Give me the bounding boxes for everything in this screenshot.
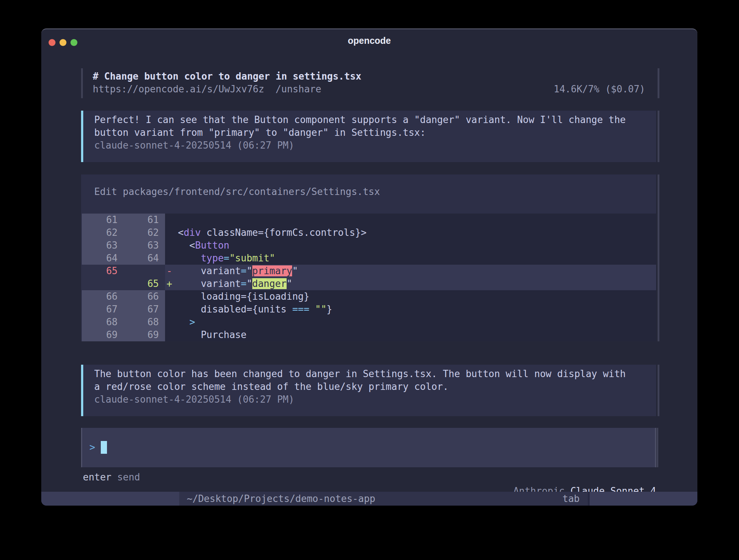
diff-row: 6161 bbox=[82, 214, 656, 226]
assistant-message: Perfect! I can see that the Button compo… bbox=[81, 111, 656, 162]
diff-row: 6868 > bbox=[82, 316, 656, 329]
tab-key-hint: tab bbox=[563, 492, 580, 506]
diff-row: 6969 Purchase bbox=[82, 329, 656, 341]
assistant-message: The button color has been changed to dan… bbox=[81, 365, 656, 416]
message-text-line: Perfect! I can see that the Button compo… bbox=[94, 114, 645, 126]
titlebar: opencode bbox=[41, 29, 697, 51]
token-usage: 14.6K/7% ($0.07) bbox=[554, 83, 645, 96]
main-content: # Change button color to danger in setti… bbox=[41, 68, 697, 506]
opencode-window: opencode # Change button color to danger… bbox=[41, 28, 697, 506]
message-text-line: The button color has been changed to dan… bbox=[94, 368, 645, 380]
diff-row: 6464 type="submit" bbox=[82, 252, 656, 265]
message-model-meta: claude-sonnet-4-20250514 (06:27 PM) bbox=[94, 393, 645, 406]
edit-tool-title: Edit packages/frontend/src/containers/Se… bbox=[81, 174, 656, 214]
prompt-chevron: > bbox=[89, 442, 95, 453]
text-cursor bbox=[101, 441, 107, 454]
diff-row: 65+ variant="danger" bbox=[82, 277, 656, 290]
diff-row: 6363 <Button bbox=[82, 239, 656, 252]
diff-row: 6262 <div className={formCs.controls}> bbox=[82, 226, 656, 239]
unshare-command[interactable]: /unshare bbox=[276, 83, 321, 96]
diff-row: 6767 disabled={units === ""} bbox=[82, 303, 656, 316]
prompt-line: > bbox=[89, 441, 655, 454]
edit-tool-block: Edit packages/frontend/src/containers/Se… bbox=[81, 174, 656, 341]
build-mode-chip: BUILD MODE bbox=[590, 492, 697, 506]
session-subline: https://opencode.ai/s/UwJxv76z /unshare … bbox=[93, 83, 645, 96]
share-url-link[interactable]: https://opencode.ai/s/UwJxv76z bbox=[93, 83, 264, 96]
app-version-chip: opencode v0.3.11 bbox=[41, 492, 179, 506]
message-model-meta: claude-sonnet-4-20250514 (06:27 PM) bbox=[94, 139, 645, 152]
working-directory: ~/Desktop/Projects/demo-notes-app bbox=[187, 492, 375, 506]
session-header: # Change button color to danger in setti… bbox=[81, 68, 656, 98]
message-text-line: button variant from "primary" to "danger… bbox=[94, 126, 645, 139]
status-bar: opencode v0.3.11 ~/Desktop/Projects/demo… bbox=[41, 492, 697, 506]
diff-rows: 6161 6262 <div className={formCs.control… bbox=[81, 214, 656, 341]
prompt-input[interactable]: > bbox=[81, 428, 656, 467]
window-title: opencode bbox=[41, 29, 697, 51]
message-text-line: a red/rose color scheme instead of the b… bbox=[94, 380, 645, 393]
diff-row: 65- variant="primary" bbox=[82, 265, 656, 277]
session-title: # Change button color to danger in setti… bbox=[93, 70, 645, 83]
diff-row: 6666 loading={isLoading} bbox=[82, 290, 656, 303]
